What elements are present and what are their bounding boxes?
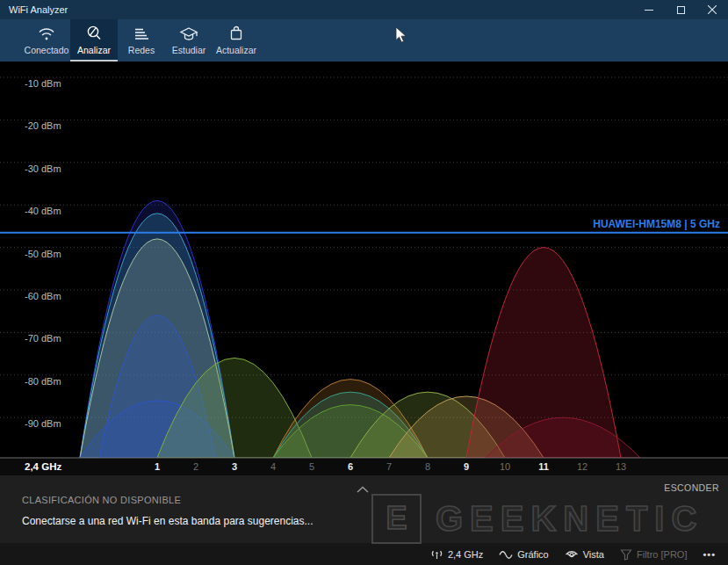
maximize-button[interactable] bbox=[665, 0, 696, 19]
tab-estudiar[interactable]: Estudiar bbox=[165, 19, 213, 62]
wave-icon bbox=[499, 549, 513, 560]
close-button[interactable] bbox=[696, 0, 728, 19]
funnel-icon bbox=[620, 548, 632, 561]
chevron-up-icon bbox=[356, 486, 370, 493]
channel-label: 12 bbox=[577, 461, 587, 472]
tab-conectado[interactable]: Conectado bbox=[23, 19, 70, 62]
more-options-button[interactable]: ••• bbox=[703, 549, 716, 560]
channel-label: 4 bbox=[270, 461, 276, 472]
minimize-button[interactable] bbox=[633, 0, 665, 19]
signal-tower-icon bbox=[430, 547, 443, 561]
toolbar: Conectado Analizar Redes bbox=[0, 19, 728, 62]
channel-label: 10 bbox=[500, 461, 510, 472]
collapse-panel-button[interactable] bbox=[356, 481, 370, 496]
close-icon bbox=[708, 5, 717, 14]
statusbar-item-label: Vista bbox=[583, 549, 604, 560]
y-tick-label: -30 dBm bbox=[25, 163, 61, 174]
statusbar-filter-button[interactable]: Filtro [PRO] bbox=[620, 548, 687, 561]
channel-label: 2 bbox=[193, 461, 198, 472]
tab-analizar[interactable]: Analizar bbox=[70, 19, 118, 62]
tab-label: Analizar bbox=[77, 45, 111, 55]
band-label: 2,4 GHz bbox=[25, 461, 61, 472]
y-tick-label: -90 dBm bbox=[25, 418, 61, 429]
titlebar: WiFi Analyzer bbox=[0, 0, 728, 19]
channel-label: 13 bbox=[616, 461, 626, 472]
panel-heading: CLASIFICACIÓN NO DISPONIBLE bbox=[22, 495, 181, 505]
window-title: WiFi Analyzer bbox=[0, 4, 68, 15]
suggestion-panel: ESCONDER CLASIFICACIÓN NO DISPONIBLE Con… bbox=[0, 475, 728, 543]
y-tick-label: -20 dBm bbox=[25, 120, 61, 131]
wifi-analyzer-window: WiFi Analyzer bbox=[0, 0, 728, 565]
channel-label: 3 bbox=[232, 461, 237, 472]
network-list-icon bbox=[133, 25, 150, 42]
statusbar-graph-button[interactable]: Gráfico bbox=[499, 549, 548, 560]
channel-label: 5 bbox=[309, 461, 314, 472]
tab-actualizar[interactable]: Actualizar bbox=[213, 19, 260, 62]
channel-label: 9 bbox=[464, 461, 469, 472]
channel-label: 1 bbox=[155, 461, 160, 472]
tab-label: Conectado bbox=[25, 45, 69, 55]
channel-label: 11 bbox=[538, 461, 549, 472]
statusbar-band-button[interactable]: 2,4 GHz bbox=[430, 547, 483, 561]
tab-label: Estudiar bbox=[172, 45, 206, 55]
y-tick-label: -10 dBm bbox=[25, 78, 61, 89]
channel-label: 8 bbox=[425, 461, 430, 472]
minimize-icon bbox=[645, 5, 653, 14]
eye-icon bbox=[565, 548, 579, 560]
statusbar-item-label: 2,4 GHz bbox=[448, 549, 483, 560]
spectrum-chart[interactable]: -10 dBm-20 dBm-30 dBm-40 dBm-50 dBm-60 d… bbox=[0, 62, 728, 475]
mouse-cursor bbox=[395, 26, 407, 47]
statusbar: 2,4 GHz Gráfico Vista Filtro [PRO] ••• bbox=[0, 543, 728, 565]
hide-button[interactable]: ESCONDER bbox=[664, 482, 719, 493]
y-tick-label: -50 dBm bbox=[25, 249, 61, 259]
arrow-cursor-icon bbox=[395, 26, 407, 43]
tab-label: Actualizar bbox=[216, 45, 256, 55]
connected-network-label: HUAWEI-HM15M8 | 5 GHz bbox=[593, 218, 720, 230]
graduation-cap-icon bbox=[179, 25, 198, 42]
y-tick-label: -70 dBm bbox=[25, 333, 61, 344]
shopping-bag-icon bbox=[227, 25, 245, 42]
tab-redes[interactable]: Redes bbox=[118, 19, 165, 62]
maximize-icon bbox=[677, 6, 685, 14]
wifi-icon bbox=[38, 25, 55, 42]
y-tick-label: -80 dBm bbox=[25, 376, 61, 387]
y-tick-label: -40 dBm bbox=[25, 206, 61, 216]
tab-label: Redes bbox=[128, 45, 155, 55]
statusbar-view-button[interactable]: Vista bbox=[565, 548, 604, 560]
y-tick-label: -60 dBm bbox=[25, 291, 61, 301]
channel-label: 7 bbox=[386, 461, 392, 472]
channel-label: 6 bbox=[348, 461, 353, 472]
window-controls bbox=[633, 0, 728, 19]
magnifier-icon bbox=[85, 25, 103, 42]
statusbar-item-label: Filtro [PRO] bbox=[637, 549, 687, 560]
statusbar-item-label: Gráfico bbox=[517, 549, 548, 560]
panel-body-text: Conectarse a una red Wi-Fi en esta banda… bbox=[22, 515, 314, 527]
